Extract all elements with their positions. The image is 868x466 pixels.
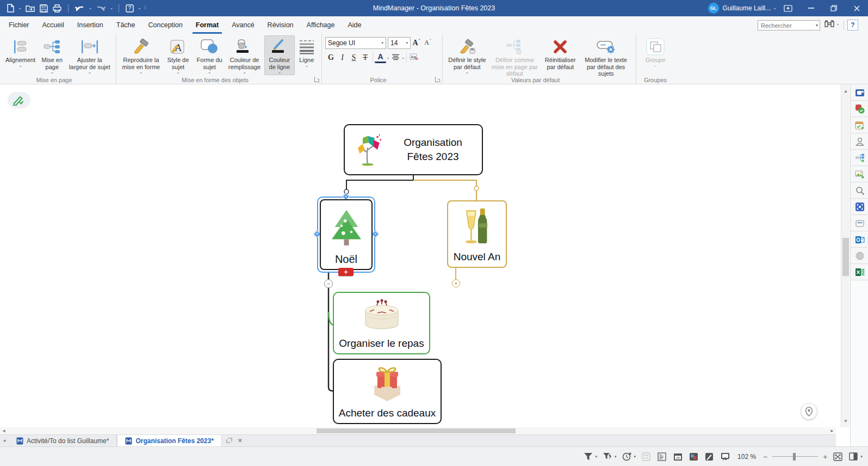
couleur-remplissage-button[interactable]: Couleur de remplissage ⌄ <box>226 35 263 75</box>
definir-mise-en-page-button[interactable]: Définir comme mise en page par défaut <box>489 35 541 78</box>
definir-style-button[interactable]: Définir le style par défaut ⌄ <box>447 35 488 75</box>
forme-sujet-button[interactable]: Forme du sujet ⌄ <box>194 35 225 75</box>
panel-layout-button[interactable] <box>848 451 859 462</box>
tab-avance[interactable]: Avancé <box>232 16 254 34</box>
doc-tab-activite[interactable]: Activité/To do list Guillaume* <box>9 435 117 446</box>
underline-button[interactable]: S <box>348 51 359 64</box>
sidebar-item-web[interactable] <box>851 248 868 264</box>
topic-nouvel-an[interactable]: Nouvel An <box>447 200 507 268</box>
tab-format[interactable]: Format <box>196 16 219 34</box>
minimize-button[interactable] <box>799 0 822 16</box>
tab-insertion[interactable]: Insertion <box>77 16 103 34</box>
zoom-slider[interactable] <box>772 453 818 461</box>
help-button[interactable]: ? <box>847 20 858 30</box>
modifier-texte-button[interactable]: Modifier le texte par défaut des sujets <box>580 35 632 78</box>
save-button[interactable] <box>39 2 49 15</box>
new-document-button[interactable] <box>5 2 15 15</box>
sidebar-item-outlook[interactable] <box>851 231 868 248</box>
search-dropdown-icon[interactable]: ▾ <box>816 23 818 28</box>
tab-affichage[interactable]: Affichage <box>307 16 335 34</box>
vertical-scrollbar[interactable]: ▲ ▼ <box>841 84 850 427</box>
filter-button[interactable] <box>583 451 594 462</box>
help-chevron-icon[interactable]: ⌄ <box>138 6 141 10</box>
topic-noel[interactable]: Noël <box>320 199 373 270</box>
increase-font-button[interactable]: Aˆ <box>411 36 422 49</box>
combo-dropdown-icon[interactable]: ▾ <box>379 41 383 45</box>
collapse-branch-button[interactable]: − <box>324 279 333 288</box>
italic-button[interactable]: I <box>337 51 348 64</box>
scroll-up-icon[interactable]: ▲ <box>841 87 850 95</box>
power-filter-button[interactable] <box>602 451 613 462</box>
close-button[interactable] <box>845 0 868 16</box>
tab-fichier[interactable]: Fichier <box>9 16 29 34</box>
text-align-chevron-icon[interactable]: ⌄ <box>401 56 405 59</box>
sidebar-item-index[interactable] <box>851 84 868 101</box>
horizontal-scroll-thumb[interactable] <box>317 428 516 433</box>
outline-view-button[interactable] <box>656 451 667 462</box>
expand-branch-button[interactable]: + <box>452 279 460 287</box>
decrease-font-button[interactable]: Aˇ <box>422 36 433 49</box>
tab-scroll-left-icon[interactable]: ◄ <box>0 435 9 446</box>
topic-repas[interactable]: Organiser le repas <box>333 292 430 354</box>
annotate-button[interactable] <box>704 451 715 462</box>
undo-button[interactable] <box>74 2 86 15</box>
police-dialog-launcher[interactable]: ↘ <box>435 77 441 82</box>
tab-accueil[interactable]: Accueil <box>42 16 64 34</box>
tab-popout-icon[interactable] <box>226 437 232 445</box>
sidebar-item-map-parts[interactable] <box>851 150 868 166</box>
map-canvas[interactable]: Organisation Fêtes 2023 + + + Noël + − <box>0 84 841 427</box>
user-menu-chevron-icon[interactable]: ⌄ <box>773 6 777 10</box>
user-name[interactable]: Guillaume Laill... <box>723 4 771 12</box>
open-button[interactable] <box>24 2 36 15</box>
redo-chevron-icon[interactable]: ⌄ <box>109 6 113 10</box>
doc-tab-organisation[interactable]: Organisation Fêtes 2023* <box>117 435 221 446</box>
strikethrough-button[interactable]: T <box>359 51 371 64</box>
restore-button[interactable] <box>822 0 845 16</box>
couleur-ligne-button[interactable]: Couleur de ligne ⌄ <box>264 35 295 75</box>
sidebar-item-capture[interactable] <box>851 199 868 215</box>
font-name-combo[interactable]: Segoe UI▾ <box>325 37 386 49</box>
combo-dropdown-icon[interactable]: ▾ <box>403 41 408 45</box>
panel-layout-chevron-icon[interactable]: ▾ <box>860 455 863 459</box>
search-input[interactable] <box>758 20 820 30</box>
font-size-combo[interactable]: 14▾ <box>388 37 411 49</box>
bold-button[interactable]: G <box>325 51 337 64</box>
schedule-view-button[interactable]: 24 <box>672 451 683 462</box>
undo-chevron-icon[interactable]: ⌄ <box>89 6 92 10</box>
text-align-button[interactable] <box>390 51 401 64</box>
redo-button[interactable] <box>95 2 107 15</box>
zoom-slider-thumb[interactable] <box>793 453 796 461</box>
sidebar-item-files[interactable] <box>851 215 868 231</box>
alignement-button[interactable]: Alignement ⌄ <box>4 35 37 69</box>
zoom-in-button[interactable]: + <box>823 452 827 461</box>
quick-add-button[interactable] <box>622 451 633 462</box>
print-button[interactable] <box>52 2 63 15</box>
quick-add-chevron-icon[interactable]: ▾ <box>634 455 636 459</box>
filter-chevron-icon[interactable]: ▾ <box>596 455 598 459</box>
sidebar-item-tasks[interactable] <box>851 101 868 117</box>
clear-format-button[interactable]: Aa <box>408 51 420 64</box>
objets-dialog-launcher[interactable]: ↘ <box>314 77 320 82</box>
power-filter-chevron-icon[interactable]: ▾ <box>615 455 617 459</box>
topic-root[interactable]: Organisation Fêtes 2023 <box>344 124 483 175</box>
ribbon-display-options-button[interactable] <box>777 0 799 16</box>
tab-tache[interactable]: Tâche <box>116 16 135 34</box>
new-document-chevron-icon[interactable]: ⌄ <box>18 6 22 10</box>
sidebar-item-images[interactable] <box>851 166 868 182</box>
reinitialiser-button[interactable]: Réinitialiser par défaut <box>542 35 579 71</box>
tab-close-icon[interactable]: ✕ <box>238 437 243 444</box>
tab-conception[interactable]: Conception <box>148 16 183 34</box>
scroll-down-icon[interactable]: ▼ <box>841 416 850 425</box>
mise-en-page-button[interactable]: Mise en page ⌄ <box>38 35 66 75</box>
customize-toolbar-icon[interactable]: ᎒ <box>144 6 146 10</box>
scroll-left-icon[interactable]: ◄ <box>0 427 8 434</box>
reproduire-button[interactable]: Reproduire la mise en forme ⌄ <box>120 35 162 75</box>
sidebar-item-excel[interactable] <box>851 264 868 280</box>
sidebar-item-contacts[interactable] <box>851 133 868 150</box>
topic-cadeaux[interactable]: Acheter des cadeaux <box>333 359 442 424</box>
help-quick-button[interactable]: ? <box>125 2 135 15</box>
presentation-button[interactable] <box>720 451 730 462</box>
font-color-chevron-icon[interactable]: ⌄ <box>386 56 390 59</box>
tab-revision[interactable]: Révision <box>268 16 294 34</box>
locate-map-button[interactable] <box>801 403 817 420</box>
